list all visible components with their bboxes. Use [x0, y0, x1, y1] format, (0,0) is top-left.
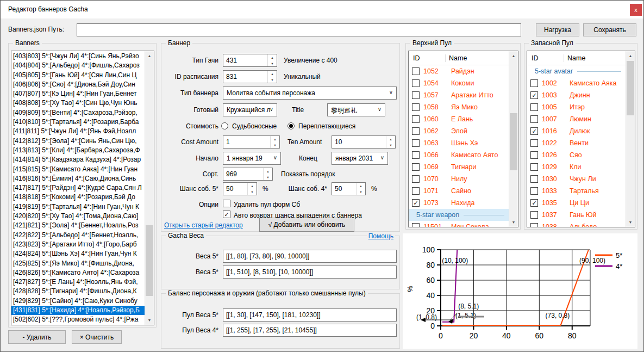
pool-item-checkbox[interactable]: ✓: [530, 91, 538, 99]
pool-item-checkbox[interactable]: [412, 91, 420, 99]
list-item[interactable]: [418|818] 5*:[Кокоми] 4*:[Розария,Бэй До: [11, 193, 145, 202]
pool-item-checkbox[interactable]: [412, 187, 420, 195]
pool-item-checkbox[interactable]: [412, 151, 420, 159]
banner-type-select[interactable]: Молитва события персонажа ∨: [223, 87, 397, 100]
spinner-arrows-icon[interactable]: ▲▼: [247, 183, 257, 195]
chance4-spinner[interactable]: 50 ▲▼: [332, 182, 366, 195]
reserve-pool-scrollbar[interactable]: ▲ ▼: [626, 51, 635, 227]
list-item[interactable]: [411|811] 5*:[Чжун Ли] 4*:[Янь Фэй,Ноэлл: [11, 127, 145, 136]
pool-item-checkbox[interactable]: ✓: [530, 199, 538, 207]
list-item[interactable]: [429|829] 5*:[Сайно] 4*:[Саю,Куки Синобу: [11, 297, 145, 306]
pool-row[interactable]: 1057Аратаки Итто: [409, 89, 509, 101]
prefab-select[interactable]: Кружащийся л ∨: [223, 103, 277, 116]
column-header-id[interactable]: ID: [413, 54, 420, 62]
list-item[interactable]: [417|817] 5*:[Райдэн] 4*:[Кудзё Сара,Сян…: [11, 183, 145, 193]
column-header-id[interactable]: ID: [532, 54, 539, 62]
spinner-arrows-icon[interactable]: ▲▼: [267, 54, 277, 66]
pool-item-checkbox[interactable]: [530, 103, 538, 111]
add-update-button[interactable]: √ Добавить или обновить: [259, 218, 354, 232]
scroll-thumb[interactable]: [627, 61, 634, 115]
pool-item-checkbox[interactable]: [530, 187, 538, 195]
list-item[interactable]: [409|809] 5*:[Венти] 4*:[Сахароза,Рэйзор…: [11, 108, 145, 118]
gacha-type-spinner[interactable]: 431 ▲▼: [223, 54, 277, 67]
pool-item-checkbox[interactable]: [530, 163, 538, 171]
spinner-arrows-icon[interactable]: ▲▼: [267, 71, 277, 83]
column-header-name[interactable]: Name: [564, 54, 585, 62]
pool-item-checkbox[interactable]: [412, 115, 420, 123]
list-item[interactable]: [414|814] 5*:[Каэдэхара Кадзуха] 4*:[Роз…: [11, 155, 145, 164]
list-item[interactable]: [428|828] 5*:[Тигнари] 4*:[Фишль,Диона,К: [11, 287, 145, 296]
pool-row[interactable]: 1030Чжун Ли: [527, 173, 626, 185]
pool-row[interactable]: 1007Люмин: [527, 113, 626, 125]
load-button[interactable]: Нагрузка: [536, 23, 579, 36]
cost-radio-intertwined[interactable]: [287, 122, 295, 129]
list-item[interactable]: [407|807] 5*:[Кэ Цин] 4*:[Нин Гуан,Бенне…: [11, 89, 145, 98]
pool-row[interactable]: 1038Альбедо: [527, 221, 626, 227]
pool-item-checkbox[interactable]: [412, 223, 420, 227]
scroll-down-icon[interactable]: ▼: [145, 316, 154, 325]
save-button[interactable]: Сохранять: [583, 23, 636, 36]
scroll-thumb[interactable]: [510, 113, 517, 170]
list-item[interactable]: [413|813] 5*:[Кли] 4*:[Барбара,Сахароза,…: [11, 146, 145, 155]
list-item[interactable]: [423|823] 5*:[Аратаки Итто] 4*:[Горо,Бар…: [11, 240, 145, 249]
begin-date-select[interactable]: 1 января 19 ∨: [223, 152, 281, 165]
spinner-arrows-icon[interactable]: ▲▼: [356, 183, 365, 195]
pool-item-checkbox[interactable]: [412, 67, 420, 75]
title-select[interactable]: 黎明巡礼 ∨: [327, 103, 385, 116]
list-item[interactable]: [404|804] 5*:[Альбедо] 4*:[Фишль,Сахароз: [11, 61, 145, 70]
list-item[interactable]: [426|826] 5*:[Камисато Аято] 4*:[Сахароз…: [11, 268, 145, 277]
list-item[interactable]: [410|810] 5*:[Тарталья] 4*:[Розария,Барб…: [11, 118, 145, 127]
list-item[interactable]: [415|815] 5*:[Камисато Аяка] 4*:[Нин Гуа…: [11, 165, 145, 174]
help-link[interactable]: Помощь: [367, 232, 395, 240]
option-auto-return-checkbox[interactable]: ✓: [223, 211, 230, 218]
clear-banners-button[interactable]: × Очистить: [72, 330, 122, 344]
pool-item-checkbox[interactable]: [412, 139, 420, 147]
pool-item-checkbox[interactable]: [412, 103, 420, 111]
pool-row[interactable]: 1026Сяо: [527, 149, 626, 161]
sort-spinner[interactable]: 969 ▲▼: [223, 168, 273, 181]
pool-item-checkbox[interactable]: [530, 139, 538, 147]
option-remove-pool-label[interactable]: Удалить пул форм Сб: [234, 201, 300, 208]
scroll-down-icon[interactable]: ▼: [626, 218, 635, 227]
pool-item-checkbox[interactable]: [530, 151, 538, 159]
list-item[interactable]: [405|805] 5*:[Гань Юй] 4*:[Сян Лин,Син Ц: [11, 71, 145, 80]
list-item[interactable]: [416|816] 5*:[Ёимия] 4*:[Саю,Диона,Синь: [11, 174, 145, 183]
pool-row[interactable]: 1062Элой: [409, 125, 509, 137]
pool-row[interactable]: ✓1073Нахида: [409, 197, 509, 209]
chance5-spinner[interactable]: 50 ▲▼: [223, 182, 257, 195]
scroll-thumb[interactable]: [146, 225, 153, 296]
spinner-arrows-icon[interactable]: ▲▼: [270, 136, 279, 148]
spinner-arrows-icon[interactable]: ▲▼: [386, 136, 395, 148]
scroll-up-icon[interactable]: ▲: [145, 51, 154, 60]
cost-amount-spinner[interactable]: 1 ▲▼: [223, 135, 280, 149]
pool-row[interactable]: 1066Камисато Аято: [409, 149, 509, 161]
pool-row[interactable]: 1002Камисато Аяка: [527, 77, 626, 89]
option-remove-pool-checkbox[interactable]: [223, 200, 230, 207]
pool-row[interactable]: 1052Райдэн: [409, 65, 509, 77]
weights4-input[interactable]: [[1, 510], [8, 510], [10, 10000]]: [223, 265, 397, 279]
list-item[interactable]: [421|821] 5*:[Эола] 4*:[Беннет,Ноэлль,Ро…: [11, 221, 145, 230]
pool-item-checkbox[interactable]: [412, 79, 420, 87]
list-item[interactable]: [419|819] 5*:[Тарталья] 4*:[Нин Гуан,Чун…: [11, 202, 145, 212]
pool-row[interactable]: 11501Меч Сокола: [409, 221, 509, 227]
cost-radio-intertwined-label[interactable]: Переплетающиеся: [298, 122, 355, 130]
pool-weights4-input[interactable]: [[1, 255], [17, 255], [21, 10455]]: [223, 324, 397, 337]
pool-row[interactable]: ✓1003Джинн: [527, 89, 626, 101]
schedule-id-spinner[interactable]: 831 ▲▼: [223, 70, 277, 83]
list-item[interactable]: [408|808] 5*:[Ху Тао] 4*:[Син Цю,Чун Юнь: [11, 98, 145, 108]
end-date-select[interactable]: января 2031 ∨: [332, 152, 388, 165]
pool-row[interactable]: 1029Кли: [527, 161, 626, 173]
pool-item-checkbox[interactable]: [530, 175, 538, 183]
pool-row[interactable]: 1022Венти: [527, 137, 626, 149]
pool-row[interactable]: ✓1035Ци Ци: [527, 197, 626, 209]
list-item[interactable]: [412|812] 5*:[Эола] 4*:[Синь Янь,Син Цю,: [11, 137, 145, 146]
scroll-up-icon[interactable]: ▲: [626, 51, 635, 60]
delete-banner-button[interactable]: - Удалить: [8, 330, 66, 344]
list-item[interactable]: [420|820] 5*:[Ху Тао] 4*:[Тома,Диона,Саю…: [11, 212, 145, 221]
scroll-down-icon[interactable]: ▼: [509, 218, 518, 227]
pool-row[interactable]: 1060Е Лань: [409, 113, 509, 125]
pool-row[interactable]: 1037Гань Юй: [527, 209, 626, 221]
old-editor-link[interactable]: Открыть старый редактор: [164, 221, 243, 229]
spinner-arrows-icon[interactable]: ▲▼: [263, 168, 272, 180]
pool-item-checkbox[interactable]: ✓: [530, 127, 538, 135]
